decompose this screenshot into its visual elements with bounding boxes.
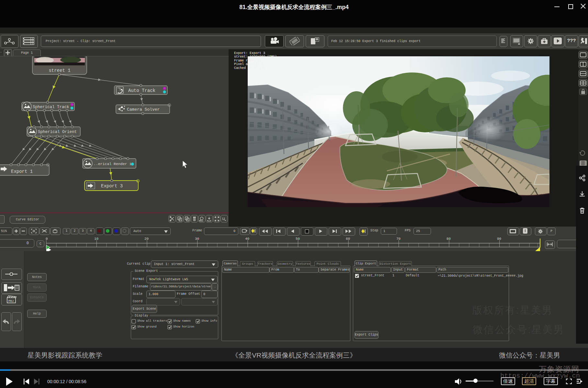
- svg-text:90: 90: [497, 237, 501, 241]
- svg-text:70: 70: [396, 237, 401, 241]
- svg-text:..erical Render 1: ..erical Render 1: [94, 162, 131, 166]
- svg-text:Camera Solver: Camera Solver: [127, 107, 160, 112]
- svg-text:street 1: street 1: [49, 68, 70, 73]
- svg-text:30: 30: [195, 237, 199, 241]
- svg-text:0: 0: [46, 237, 48, 241]
- svg-text:80: 80: [447, 237, 451, 241]
- svg-text:Auto Track: Auto Track: [128, 88, 155, 93]
- svg-text:Spherical Orient: Spherical Orient: [38, 130, 77, 134]
- svg-text:10: 10: [94, 237, 98, 241]
- svg-text:50: 50: [296, 237, 300, 241]
- svg-text:PRJ: PRJ: [8, 300, 14, 303]
- svg-text:Export 3: Export 3: [101, 183, 123, 189]
- svg-text:Export 1: Export 1: [11, 169, 33, 174]
- svg-text:40: 40: [245, 237, 249, 241]
- svg-text:20: 20: [144, 237, 149, 241]
- svg-text:Spherical Track: Spherical Track: [33, 105, 69, 109]
- svg-text:60: 60: [346, 237, 350, 241]
